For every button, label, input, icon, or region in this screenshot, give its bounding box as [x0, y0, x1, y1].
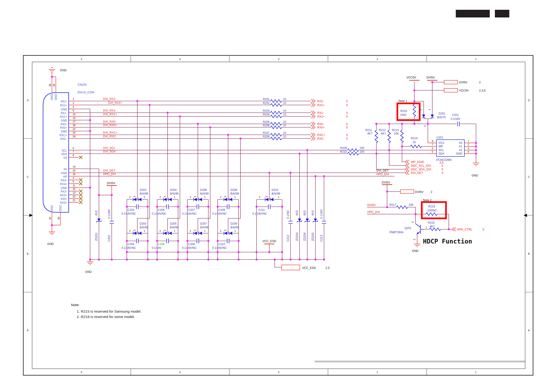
resistor-ref: R207 [263, 131, 270, 134]
pin-number: 3 [194, 196, 196, 197]
diode-part: BAV99 [200, 226, 209, 229]
cap-value: 0.1/16V/NC [252, 212, 267, 215]
pin-number: 6 [73, 147, 74, 149]
port-name: RX1+ [317, 115, 325, 118]
pin-name: RX4+ [60, 182, 67, 186]
port-page: 5 [346, 100, 348, 103]
connector-type: DVI-D_CON [77, 91, 94, 94]
ic-pin-name: WP [439, 145, 443, 148]
offpage-label: VCC5V [459, 89, 469, 92]
pin-number: 2 [259, 196, 260, 199]
pin-name: RXC+ [60, 134, 67, 137]
cap-value: 0.1/16V [320, 209, 323, 219]
resistor-value: 4K7 [381, 132, 386, 135]
pin-number: 10 [73, 113, 75, 116]
pin-number: 1 [278, 196, 279, 199]
pin-number: 16 [73, 173, 75, 175]
capacitor-plates [110, 121, 460, 243]
resistor-ref: R209 [340, 147, 347, 150]
pin-number: 2 [190, 196, 191, 199]
net-label: DVI_RX1+ [103, 113, 117, 116]
pin-number: 2 [129, 230, 131, 232]
pin-number: 3 [424, 126, 427, 127]
diode-ref: D202 [140, 188, 147, 192]
schematic-wires [79, 82, 476, 267]
cap-value: 0.1/16V/NC [152, 212, 166, 215]
gnd-label: GND [412, 249, 419, 252]
diode-part: BAV99 [140, 226, 148, 229]
frame-col: 4 [179, 58, 181, 61]
pin-number: 2 [413, 239, 416, 240]
pin-number: 1 [428, 109, 431, 110]
cap-ref: C207 [188, 208, 195, 212]
pin-number: 1 [234, 230, 236, 232]
port-name: HPD_CTRL [457, 228, 472, 231]
resistor-value: 100 [360, 147, 364, 150]
pin-name: GND [61, 172, 67, 175]
pin-name: SCL [62, 149, 67, 152]
pin-name: RX3+ [60, 194, 67, 197]
pin-name: GND [61, 119, 67, 122]
pin-number: 26 [57, 217, 60, 220]
diode-value: 6V2 [95, 210, 98, 215]
pin-number: 5 [73, 180, 74, 183]
offpage-pages: 2 [431, 190, 432, 194]
frame-col: 5 [81, 58, 82, 61]
frame-col: 3 [278, 58, 279, 61]
pin-number: 8 [73, 154, 74, 157]
pin-name: GND [50, 205, 54, 211]
pin-number: 7 [432, 143, 433, 146]
pin-number: 4 [73, 176, 74, 179]
frame-row: C [528, 175, 530, 178]
cap-value: 0.1/16V/NC [212, 246, 227, 250]
power-label: VCC5V [407, 76, 416, 79]
port-name: RX0- [317, 122, 324, 126]
diode-ref: ZD204 [303, 232, 306, 241]
pin-number: 2 [190, 230, 191, 232]
power-label: DVI5V [107, 182, 115, 185]
frame-row: B [27, 252, 28, 255]
net-label: DVI_SCL [103, 147, 115, 150]
power-label: DVI5V [382, 181, 390, 184]
pin-number: 1 [174, 230, 175, 232]
pin-number: 3 [224, 196, 227, 197]
pin-number: 12 [73, 188, 75, 190]
resistor-value: 4K7 [430, 225, 435, 228]
pin-name: HP [63, 175, 67, 178]
cap-ref: C209 [218, 208, 225, 212]
diode-ref: ZD201 [95, 232, 98, 241]
pin-number: 21 [73, 199, 75, 202]
offpage-box-vccesd [282, 265, 300, 270]
net-label: HPD_DVI [367, 210, 380, 214]
pin-name: GND [61, 130, 67, 133]
gnd-label: GND [472, 174, 478, 177]
pin-name: RX2+ [60, 104, 67, 107]
pin-number: 9 [73, 109, 74, 112]
pin-name: GND [54, 94, 57, 100]
port-page: 5 [346, 111, 348, 114]
resistor-value: 10 [283, 101, 286, 105]
offpage-box-vcc5v [444, 88, 458, 92]
resistor-value: 10 [283, 113, 286, 116]
resistor-ref: R204 [263, 113, 270, 116]
port-page: 5 [346, 122, 348, 126]
resistor-ref: R214 [411, 137, 418, 140]
offpage-box-dvi5v2 [400, 190, 414, 193]
cap-value: 0.1/16V/NC [121, 246, 136, 250]
pin-number: 3 [133, 196, 136, 197]
cap-ref: C212 [286, 235, 290, 242]
ic-pin-name: A1 [459, 145, 462, 148]
frame-row: A [27, 329, 29, 332]
diode-ref: ZD203 [295, 232, 299, 241]
pin-number: 23 [73, 131, 75, 134]
resistor-value: 10 [283, 98, 286, 101]
offpage-label: DVI5V [415, 190, 424, 194]
cap-value: 0.1/16V [152, 246, 161, 250]
pin-number: 30 [49, 84, 51, 87]
pin-number: 2 [160, 230, 161, 232]
net-label: DVI_RX0+ [103, 124, 117, 127]
pin-number: 2 [220, 196, 221, 199]
resistor-ref: R201 [263, 98, 270, 101]
offpage-box-dvi5v [444, 80, 458, 84]
pin-number: 15 [73, 169, 75, 172]
